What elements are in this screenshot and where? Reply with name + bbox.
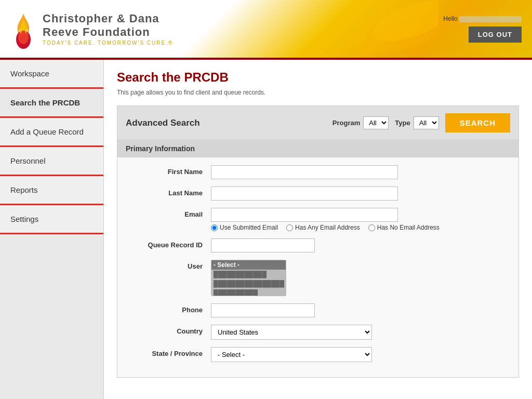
search-panel-title: Advanced Search xyxy=(126,118,200,128)
type-select[interactable]: All xyxy=(414,116,439,129)
queue-record-id-row: Queue Record ID xyxy=(128,238,508,252)
svg-point-1 xyxy=(18,30,29,44)
use-submitted-email-option[interactable]: Use Submitted Email xyxy=(211,224,278,231)
first-name-control xyxy=(211,165,508,179)
first-name-input[interactable] xyxy=(211,165,398,179)
svg-point-3 xyxy=(354,12,438,60)
phone-row: Phone xyxy=(128,303,508,317)
sidebar-item-workspace[interactable]: Workspace xyxy=(0,60,103,89)
country-control: United States xyxy=(211,325,508,340)
sidebar-item-search-prcdb[interactable]: Search the PRCDB xyxy=(0,89,103,118)
layout: Workspace Search the PRCDB Add a Queue R… xyxy=(0,60,532,399)
user-label: User xyxy=(128,260,211,270)
email-label: Email xyxy=(128,208,211,218)
last-name-control xyxy=(211,187,508,201)
type-group: Type All xyxy=(395,116,438,129)
logo-flame-icon xyxy=(10,8,36,50)
state-province-select[interactable]: - Select - xyxy=(211,347,372,362)
search-button[interactable]: SEARCH xyxy=(445,113,510,132)
logo-subtitle: TODAY'S CARE. TOMORROW'S CURE.® xyxy=(43,40,173,46)
sidebar-item-reports[interactable]: Reports xyxy=(0,176,103,205)
sidebar: Workspace Search the PRCDB Add a Queue R… xyxy=(0,60,104,399)
sidebar-item-personnel[interactable]: Personnel xyxy=(0,147,103,176)
first-name-row: First Name xyxy=(128,165,508,179)
sidebar-item-settings[interactable]: Settings xyxy=(0,205,103,234)
form-body: First Name Last Name Email xyxy=(117,157,518,377)
user-row: User - Select - ████████████ ███████████… xyxy=(128,260,508,296)
page-description: This page allows you to find client and … xyxy=(117,89,519,96)
program-group: Program All xyxy=(332,116,389,129)
advanced-search-panel: Advanced Search Program All Type All xyxy=(117,105,519,378)
hello-text: Hello xyxy=(443,15,522,22)
last-name-input[interactable] xyxy=(211,187,398,201)
type-label: Type xyxy=(395,119,410,127)
user-name xyxy=(459,16,522,22)
primary-info-header: Primary Information xyxy=(117,140,518,157)
sidebar-item-add-queue[interactable]: Add a Queue Record xyxy=(0,118,103,147)
user-option-blurred-1[interactable]: ████████████ xyxy=(211,270,286,279)
user-control: - Select - ████████████ ████████████████… xyxy=(211,260,508,296)
program-select[interactable]: All xyxy=(363,116,389,129)
logo-text: Christopher & Dana Reeve Foundation TODA… xyxy=(43,12,173,46)
state-province-control: - Select - xyxy=(211,347,508,362)
logout-button[interactable]: LOG OUT xyxy=(469,26,522,43)
header: Christopher & Dana Reeve Foundation TODA… xyxy=(0,0,532,60)
queue-record-id-control xyxy=(211,238,508,252)
has-any-email-option[interactable]: Has Any Email Address xyxy=(286,224,360,231)
country-select[interactable]: United States xyxy=(211,325,372,340)
svg-point-2 xyxy=(368,0,438,50)
program-label: Program xyxy=(332,119,360,127)
state-province-label: State / Province xyxy=(128,347,211,357)
has-no-email-option[interactable]: Has No Email Address xyxy=(368,224,440,231)
has-any-radio[interactable] xyxy=(286,224,293,231)
phone-control xyxy=(211,303,508,317)
email-control: Use Submitted Email Has Any Email Addres… xyxy=(211,208,508,231)
country-label: Country xyxy=(128,325,211,335)
user-select[interactable]: - Select - ████████████ ████████████████… xyxy=(211,260,286,296)
has-none-radio[interactable] xyxy=(368,224,375,231)
last-name-row: Last Name xyxy=(128,187,508,201)
user-option-blurred-2[interactable]: ████████████████ xyxy=(211,279,286,288)
last-name-label: Last Name xyxy=(128,187,211,197)
queue-record-id-input[interactable] xyxy=(211,238,315,252)
state-province-row: State / Province - Select - xyxy=(128,347,508,362)
country-row: Country United States xyxy=(128,325,508,340)
main-content: Search the PRCDB This page allows you to… xyxy=(104,60,532,399)
page-title: Search the PRCDB xyxy=(117,70,519,85)
user-option-blurred-3[interactable]: ██████████ xyxy=(211,288,286,296)
phone-label: Phone xyxy=(128,303,211,314)
queue-record-id-label: Queue Record ID xyxy=(128,238,211,249)
email-row: Email Use Submitted Email Has Any Email … xyxy=(128,208,508,231)
header-right: Hello LOG OUT xyxy=(443,15,522,43)
logo-title-line1: Christopher & Dana Reeve Foundation xyxy=(43,12,173,39)
search-header: Advanced Search Program All Type All xyxy=(117,106,518,140)
use-submitted-radio[interactable] xyxy=(211,224,218,231)
user-select-default[interactable]: - Select - xyxy=(211,260,286,270)
logo: Christopher & Dana Reeve Foundation TODA… xyxy=(10,8,173,50)
header-swirl xyxy=(335,0,438,60)
email-radio-group: Use Submitted Email Has Any Email Addres… xyxy=(211,222,508,231)
phone-input[interactable] xyxy=(211,303,315,317)
search-controls: Program All Type All SEARCH xyxy=(332,113,510,132)
email-input[interactable] xyxy=(211,208,398,222)
first-name-label: First Name xyxy=(128,165,211,176)
